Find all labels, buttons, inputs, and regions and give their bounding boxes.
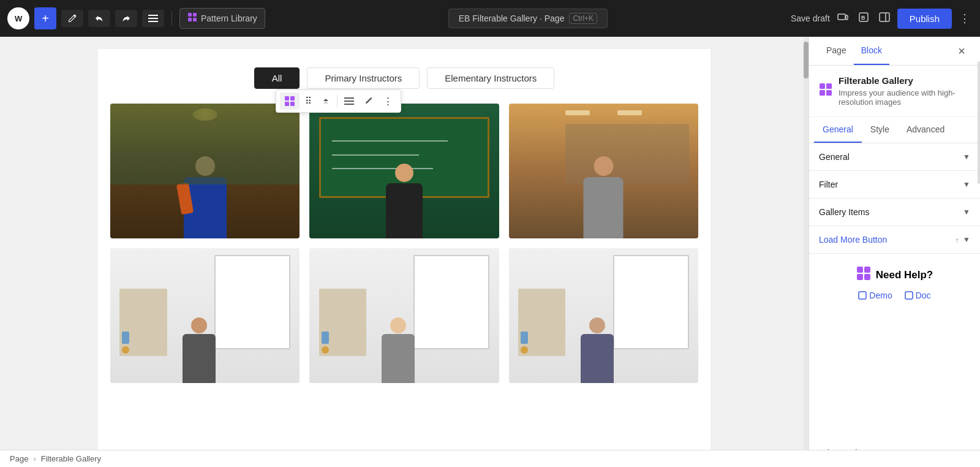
svg-text:B: B (861, 15, 865, 21)
accordion-general-arrow: ▼ (963, 153, 970, 161)
gallery-item-3[interactable] (509, 104, 698, 238)
doc-link[interactable]: Doc (905, 290, 931, 300)
accordion-gallery-items-header[interactable]: Gallery Items ▼ (809, 199, 980, 226)
edit-button[interactable] (360, 93, 378, 109)
need-help-icon (856, 266, 871, 284)
gallery-grid-row1 (110, 104, 698, 238)
svg-rect-5 (188, 13, 192, 17)
page-title-bar: EB Filterable Gallery · Page Ctrl+K (448, 9, 608, 28)
redo-button[interactable] (115, 10, 137, 27)
sidebar-toggle-button[interactable] (876, 9, 892, 28)
pattern-library-label: Pattern Library (201, 13, 257, 23)
svg-rect-18 (290, 102, 295, 106)
block-tab[interactable]: Block (854, 37, 889, 65)
align-button[interactable] (340, 93, 358, 109)
gallery-item-6[interactable] (509, 248, 698, 383)
demo-link[interactable]: Demo (858, 290, 892, 300)
accordion-filter-label: Filter (819, 180, 838, 189)
devices-button[interactable] (835, 9, 851, 28)
accordion-gallery-items-arrow: ▼ (963, 208, 970, 216)
breadcrumb-separator: › (33, 454, 36, 463)
accordion-general-label: General (819, 152, 850, 162)
block-description: Impress your audience with high-resoluti… (839, 88, 970, 107)
breadcrumb-filterable-gallery[interactable]: Filterable Gallery (41, 454, 101, 463)
gallery-item-2[interactable] (309, 104, 499, 238)
demo-label: Demo (869, 290, 892, 300)
tab-advanced[interactable]: Advanced (898, 117, 953, 143)
accordion-gallery-items-label: Gallery Items (819, 207, 869, 217)
svg-rect-25 (826, 90, 832, 96)
accordion-gallery-items: Gallery Items ▼ (809, 199, 980, 226)
svg-rect-30 (859, 292, 866, 299)
accordion-load-more-header[interactable]: Load More Button ↑ ▼ (809, 226, 980, 253)
svg-rect-26 (857, 267, 863, 273)
add-block-button[interactable]: + (34, 7, 56, 29)
svg-rect-28 (857, 274, 863, 280)
gallery-item-5[interactable] (309, 248, 499, 383)
drag-handle-button[interactable]: ⠿ (301, 93, 316, 110)
topbar-right: Save draft B Publish ⋮ (791, 9, 973, 29)
svg-rect-15 (285, 96, 289, 101)
undo-button[interactable] (88, 10, 110, 27)
accordion-filter-header[interactable]: Filter ▼ (809, 171, 980, 198)
svg-rect-19 (344, 97, 354, 99)
canvas-area[interactable]: ⠿ ⋮ All Primary Instructors Elementary I… (0, 37, 809, 467)
more-options-button[interactable]: ⋮ (957, 9, 973, 28)
filter-primary-button[interactable]: Primary Instructors (307, 67, 420, 89)
svg-rect-24 (820, 90, 825, 96)
sidebar-close-button[interactable]: × (953, 37, 970, 65)
tab-style[interactable]: Style (862, 117, 898, 143)
breadcrumb-page[interactable]: Page (10, 454, 28, 463)
more-options-toolbar-button[interactable]: ⋮ (379, 93, 397, 110)
gallery-item-1[interactable] (110, 104, 300, 238)
move-up-button[interactable] (317, 94, 334, 108)
canvas-inner: ⠿ ⋮ All Primary Instructors Elementary I… (98, 49, 710, 467)
svg-rect-9 (838, 14, 845, 20)
block-header: Filterable Gallery Impress your audience… (809, 66, 980, 117)
svg-rect-17 (285, 102, 289, 106)
need-help-header: Need Help? (856, 266, 933, 284)
need-help-links: Demo Doc (858, 290, 930, 300)
gallery-item-4[interactable] (110, 248, 300, 383)
doc-label: Doc (916, 290, 931, 300)
accordion-load-more-arrow: ▼ (963, 235, 970, 244)
status-bar: Page › Filterable Gallery (0, 450, 980, 467)
ctrl-k-shortcut: Ctrl+K (569, 13, 597, 24)
svg-rect-22 (820, 83, 825, 89)
pattern-library-button[interactable]: Pattern Library (179, 8, 265, 29)
svg-rect-6 (193, 13, 197, 17)
accordion-general-header[interactable]: General ▼ (809, 143, 980, 170)
need-help-section: Need Help? Demo Doc (809, 254, 980, 313)
block-type-button[interactable] (280, 93, 300, 110)
svg-rect-31 (905, 292, 913, 299)
svg-rect-8 (193, 18, 197, 21)
svg-rect-13 (880, 13, 889, 21)
svg-rect-29 (864, 274, 870, 280)
block-icon (819, 83, 832, 99)
svg-rect-21 (344, 104, 354, 105)
right-sidebar: Page Block × Filterable Gallery Impress … (809, 37, 980, 467)
save-draft-button[interactable]: Save draft (791, 13, 830, 23)
tools-menu-button[interactable] (142, 10, 164, 27)
svg-text:W: W (15, 14, 23, 23)
filter-all-button[interactable]: All (254, 67, 300, 89)
block-info: Filterable Gallery Impress your audience… (839, 75, 970, 107)
block-settings-tabs: General Style Advanced (809, 117, 980, 143)
sidebar-scrollbar[interactable] (978, 37, 980, 450)
wp-logo-icon[interactable]: W (7, 7, 29, 29)
accordion-filter-arrow: ▼ (963, 180, 970, 189)
plugin-button[interactable]: B (856, 9, 872, 28)
toolbar-separator (337, 95, 337, 107)
publish-button[interactable]: Publish (897, 9, 952, 29)
page-tab[interactable]: Page (819, 37, 854, 65)
svg-rect-16 (290, 96, 295, 101)
need-help-title: Need Help? (876, 269, 933, 281)
edit-tool-button[interactable] (61, 10, 83, 27)
topbar-separator (172, 11, 172, 26)
tab-general[interactable]: General (814, 117, 862, 143)
topbar: W + Pattern Library EB Filterable Galler… (0, 0, 980, 37)
page-title: EB Filterable Gallery · Page (459, 13, 565, 23)
gallery-grid-row2 (110, 248, 698, 383)
canvas-scrollbar[interactable] (804, 37, 809, 450)
filter-elementary-button[interactable]: Elementary Instructors (427, 67, 554, 89)
